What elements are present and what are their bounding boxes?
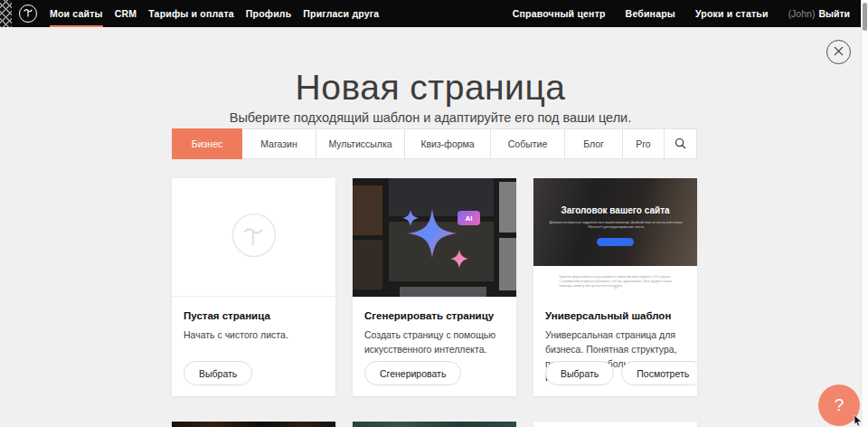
- vertical-scrollbar[interactable]: [861, 0, 868, 427]
- tab-blog[interactable]: Блог: [565, 128, 623, 159]
- template-preview-image: [533, 422, 697, 427]
- template-card[interactable]: [533, 422, 697, 427]
- card-buttons: Выбрать Посмотреть: [545, 361, 697, 385]
- nav-item-invite-friend[interactable]: Пригласи друга: [303, 0, 379, 27]
- page-title: Новая страница: [0, 68, 861, 108]
- card-info: Сгенерировать страницу Создать страницу …: [353, 297, 516, 357]
- card-buttons: Сгенерировать: [364, 361, 461, 385]
- template-hero-subtitle: Добавьте интересные подробности о вашей …: [548, 220, 684, 229]
- logout-link[interactable]: Выйти: [818, 8, 850, 19]
- template-preview-image: [353, 422, 516, 427]
- tab-search[interactable]: [665, 128, 697, 159]
- close-button[interactable]: [826, 40, 851, 64]
- template-cards-row-2: [172, 422, 697, 427]
- nav-item-lessons-articles[interactable]: Уроки и статьи: [695, 0, 769, 27]
- card-info: Пустая страница Начать с чистого листа.: [172, 297, 335, 343]
- card-description: Начать с чистого листа.: [184, 328, 324, 343]
- tilda-logo-icon: [23, 5, 33, 22]
- template-card[interactable]: [353, 422, 516, 427]
- blank-page-preview: [172, 178, 335, 297]
- mouse-cursor: [854, 413, 863, 427]
- main-nav: Мои сайты CRM Тарифы и оплата Профиль Пр…: [50, 0, 379, 27]
- nav-item-crm[interactable]: CRM: [115, 0, 137, 27]
- template-card-ai-generate[interactable]: AI Сгенерировать страницу Создать страни…: [353, 178, 516, 396]
- ai-collage-preview: AI: [353, 178, 516, 297]
- secondary-nav: Справочный центр Вебинары Уроки и статьи…: [513, 0, 861, 27]
- nav-item-profile[interactable]: Профиль: [246, 0, 292, 27]
- preview-universal-button[interactable]: Посмотреть: [621, 361, 697, 385]
- nav-item-help-center[interactable]: Справочный центр: [513, 0, 606, 27]
- scrollbar-thumb[interactable]: [863, 3, 867, 31]
- chevron-down-icon: [610, 277, 621, 293]
- user-name: (John): [788, 8, 816, 19]
- template-card-blank[interactable]: Пустая страница Начать с чистого листа. …: [172, 178, 335, 396]
- user-account: (John) Выйти: [788, 8, 850, 19]
- ai-sparkle-icon: [353, 178, 516, 297]
- question-mark-icon: ?: [835, 395, 844, 415]
- template-hero-title: Заголовок вашего сайта: [533, 205, 697, 215]
- template-category-tabs: Бизнес Магазин Мультиссылка Квиз-форма С…: [172, 128, 697, 159]
- zigzag-pattern-strip: [0, 0, 12, 27]
- tab-pro[interactable]: Pro: [623, 128, 665, 159]
- card-buttons: Выбрать: [184, 361, 252, 385]
- template-card-universal[interactable]: Заголовок вашего сайта Добавьте интересн…: [533, 178, 697, 396]
- app-window: Мои сайты CRM Тарифы и оплата Профиль Пр…: [0, 0, 868, 427]
- card-description: Создать страницу с помощью искусственног…: [364, 328, 505, 357]
- tab-quiz-form[interactable]: Квиз-форма: [405, 128, 491, 159]
- ai-badge: AI: [458, 211, 480, 225]
- template-preview-image: [172, 422, 335, 427]
- tab-business[interactable]: Бизнес: [172, 128, 242, 159]
- universal-template-preview: Заголовок вашего сайта Добавьте интересн…: [533, 178, 697, 297]
- select-universal-button[interactable]: Выбрать: [545, 361, 614, 385]
- nav-item-webinars[interactable]: Вебинары: [626, 0, 675, 27]
- search-icon: [675, 138, 686, 151]
- generate-button[interactable]: Сгенерировать: [364, 361, 461, 385]
- template-cards-row: Пустая страница Начать с чистого листа. …: [172, 178, 697, 396]
- nav-item-my-sites[interactable]: Мои сайты: [50, 0, 103, 27]
- tab-event[interactable]: Событие: [491, 128, 565, 159]
- page-subtitle: Выберите подходящий шаблон и адаптируйте…: [0, 110, 861, 125]
- card-title: Сгенерировать страницу: [364, 310, 505, 321]
- template-card[interactable]: [172, 422, 335, 427]
- tab-shop[interactable]: Магазин: [242, 128, 316, 159]
- card-title: Универсальный шаблон: [545, 310, 685, 321]
- tilda-logo[interactable]: [19, 5, 37, 23]
- top-bar: Мои сайты CRM Тарифы и оплата Профиль Пр…: [0, 0, 861, 27]
- nav-item-plans-payment[interactable]: Тарифы и оплата: [148, 0, 234, 27]
- card-title: Пустая страница: [184, 310, 324, 321]
- select-blank-button[interactable]: Выбрать: [184, 361, 252, 385]
- tab-multilink[interactable]: Мультиссылка: [316, 128, 405, 159]
- close-icon: [834, 45, 844, 59]
- template-cta-pill: [597, 238, 634, 246]
- tilda-watermark-icon: [231, 213, 277, 261]
